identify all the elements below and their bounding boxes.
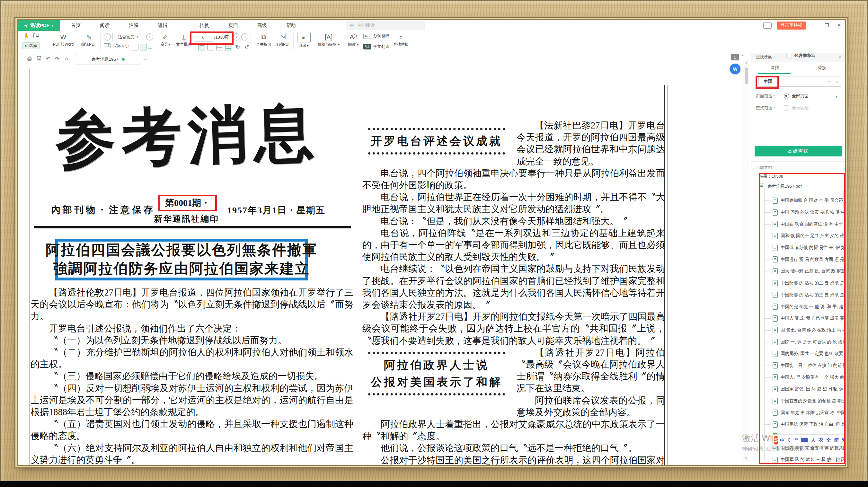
document-viewer[interactable]: 参考消息 內部刊物・注意保存 第0001期・ 新华通訊社編印 1957年3月1日… (18, 65, 743, 465)
maximize-button[interactable]: ❐ (823, 23, 830, 28)
document-scrollbar[interactable]: ˄ ˅ (743, 60, 749, 462)
search-result-item[interactable]: 国大 陆中野 正彦 说, 台湾 政 府宣 布 (751, 265, 844, 277)
search-result-item[interactable]: 国国家 富强, 国 际 威 望 日隆, 这 是 (751, 383, 844, 395)
actual-size-button[interactable]: 1:1 实际大小 (104, 43, 129, 49)
checkbox-icon[interactable] (784, 105, 789, 111)
search-result-item[interactable]: 中国防部 的 活动 的主 要 成绩 是 加强 (751, 277, 844, 289)
panel-scrollbar-thumb[interactable] (843, 191, 845, 208)
search-result-item[interactable]: 中国首要的少 数党 的领袖 星 期三 声 (751, 395, 844, 407)
search-result-item[interactable]: 中国 问题 的决 议案 要求 恢 复 中国在 (751, 207, 844, 218)
fit-page-icon[interactable] (132, 44, 138, 51)
merge-split-button[interactable]: ⧉ 合并拆分 (255, 33, 272, 47)
zoom-out-button[interactable]: − (104, 33, 111, 40)
word-translate-button[interactable]: A⤻ 划词翻译 (363, 33, 389, 39)
document-tab[interactable]: 参考消息1957 (76, 54, 140, 65)
search-result-item[interactable]: 中国在 联合 国的席位 没 有 中华 人 民 (751, 218, 844, 230)
advanced-search-button[interactable]: 高级查找 (754, 146, 842, 156)
panel-tab[interactable]: 替换 (799, 62, 845, 73)
login-button[interactable]: 登录享特权 (777, 22, 806, 30)
checkbox-row[interactable]: 包含注释 (756, 53, 811, 58)
page-number-input[interactable]: 6 (194, 33, 213, 42)
search-input[interactable]: 中国 ˅ ˄ (758, 76, 841, 87)
zoom-in-button[interactable]: ＋ (146, 33, 153, 40)
find-replace-button[interactable]: ⌕ 查找替换 (392, 33, 410, 47)
scroll-up-icon[interactable]: ˄ (743, 61, 749, 66)
panel-close-icon[interactable]: ✕ (838, 55, 842, 60)
text-annotation-button[interactable]: T 文字批注 (174, 33, 194, 47)
sogou-logo-icon[interactable]: S (774, 436, 778, 445)
fit-width-icon[interactable] (140, 44, 147, 51)
select-tool[interactable]: ➤ 选择 (22, 42, 40, 49)
sogou-ime-icon[interactable]: 全 (826, 437, 831, 443)
pdf-to-word-button[interactable]: W PDF转Word (51, 33, 75, 47)
feature-search-input[interactable]: ⊞ 功能搜索 (346, 21, 425, 30)
search-result-item[interactable]: 中国人 赞成, 我 自己也赞 成伍 宪 子 (751, 312, 844, 325)
search-result-item[interactable]: 中国宪法 保障 了政 治 自由, 但 是事 (751, 419, 844, 430)
search-result-item[interactable]: 中国的完 全统 一 他 说: 和 平, 这 是 (751, 301, 844, 312)
hand-tool[interactable]: ✋ 手型 (24, 33, 39, 38)
results-file-node[interactable]: 参考消息1957.pdf (759, 183, 802, 189)
save-icon[interactable]: 🖫 (36, 56, 42, 62)
sogou-ime-icon[interactable]: ☾ (788, 437, 792, 443)
app-logo-tab[interactable]: ➤ 迅读PDF ▾ (18, 20, 60, 31)
sogou-ime-icon[interactable]: °’ (795, 437, 798, 443)
highlight-button[interactable]: ✐ 高亮▾ (158, 33, 173, 47)
search-result-item[interactable]: 中国人, 早 夕盼望有 一个 强大 的祖 国 (751, 371, 844, 383)
sogou-ime-icon[interactable]: 中 (780, 437, 785, 443)
search-next-icon[interactable]: ˅ (825, 77, 833, 86)
search-prev-icon[interactable]: ˄ (833, 77, 841, 86)
close-button[interactable]: ✕ (836, 23, 843, 28)
minimize-button[interactable]: — (811, 23, 818, 28)
menu-tab[interactable]: 编辑 (150, 20, 175, 31)
convert-to-word-float-button[interactable]: W (730, 64, 741, 74)
search-result-item[interactable]: 中国军 队 的 武装;三 释 放一切 因政治 (751, 454, 844, 465)
sogou-ime-icon[interactable]: ⚒ (842, 437, 845, 443)
sogou-ime-icon[interactable]: ⌨ (801, 437, 808, 443)
single-page-layout-icon[interactable] (198, 44, 205, 51)
checkbox-icon[interactable] (786, 53, 792, 58)
search-result-item[interactable]: 国统 一, 这 是无 可否认 的 他 接着 说 (751, 336, 844, 348)
two-page-layout-icon[interactable] (207, 44, 214, 51)
menu-tab[interactable]: 注释 (121, 20, 146, 31)
menu-tab[interactable]: 转换 (192, 20, 217, 31)
search-result-item[interactable]: 国的局势, 国共 一定要 也终 须要 和平 (751, 348, 844, 360)
menu-tab[interactable]: 帮助 (279, 20, 304, 31)
search-result-item[interactable]: 国青 年党 主 席陈 启天宣 称, 中国宪 (751, 407, 844, 419)
play-button[interactable]: ▶ 播放▾ (297, 33, 311, 49)
fit-text-icon[interactable]: T (148, 44, 152, 49)
read-aloud-button[interactable]: A⁾⁾ 朗读 ▾ (346, 33, 361, 47)
add-tab-button[interactable]: ＋ (142, 55, 148, 63)
redo-icon[interactable]: ↷ (55, 56, 59, 62)
undo-icon[interactable]: ↶ (46, 56, 51, 62)
search-result-item[interactable]: 国和 俄 国的十 足共 产主 义的 政 权 (751, 230, 844, 242)
feedback-icon[interactable]: ··· (763, 22, 772, 29)
snapshot-button[interactable]: [A] 截图与提取 ▾ (316, 33, 341, 47)
sogou-ime-toolbar[interactable]: S 中☾°’⌨人衣全简⚒ (773, 434, 845, 446)
collapse-icon[interactable]: ⌃ (741, 54, 745, 59)
scroll-down-icon[interactable]: ˅ (743, 456, 749, 461)
grid-layout-icon[interactable] (216, 44, 223, 51)
radio-selected-icon[interactable] (784, 93, 789, 99)
panel-tab[interactable]: 查找 (751, 62, 799, 73)
print-icon[interactable]: ⎙ (27, 56, 32, 62)
search-result-item[interactable]: 中国统一另一 位住 在澳 门 的前 国民 (751, 360, 844, 372)
menu-tab[interactable]: 阅读 (92, 20, 117, 31)
menu-tab[interactable]: 页面 (221, 20, 246, 31)
scrollbar-thumb[interactable] (745, 67, 748, 84)
search-result-item[interactable]: 国 领土, 台湾 终必 在政 治上 与 中 (751, 325, 844, 336)
page-range-expand-icon[interactable]: › (836, 94, 837, 99)
search-result-item[interactable]: 中国防部 的 活动 的主 要 成绩 是 加强 (751, 289, 844, 301)
sogou-ime-icon[interactable]: 衣 (818, 437, 823, 443)
search-result-item[interactable]: 中国或 者苏俄 的贸 易往 来, 假 如 同 (751, 242, 844, 254)
sogou-ime-icon[interactable]: 简 (834, 437, 839, 443)
search-result-item[interactable]: 中国进行 贸 易 的数量 方面 还 是 少 (751, 253, 844, 265)
home-icon[interactable]: ⌂ (65, 56, 68, 62)
zoom-level-select[interactable]: 适合宽度 ▾ (113, 33, 144, 41)
full-translate-button[interactable]: A文 全文翻译 (363, 44, 389, 50)
compress-pdf-button[interactable]: ⇲ 压缩PDF (275, 33, 291, 47)
menu-tab[interactable]: 首页 (63, 20, 88, 31)
menu-tab[interactable]: 高级 (250, 20, 275, 31)
prev-page-button[interactable]: ‹ (233, 33, 240, 40)
search-result-item[interactable]: 中国参加联 合 国这 个 委 员会还 要 求 (751, 195, 844, 207)
rotate-cw-icon[interactable]: ↻ (236, 44, 240, 51)
